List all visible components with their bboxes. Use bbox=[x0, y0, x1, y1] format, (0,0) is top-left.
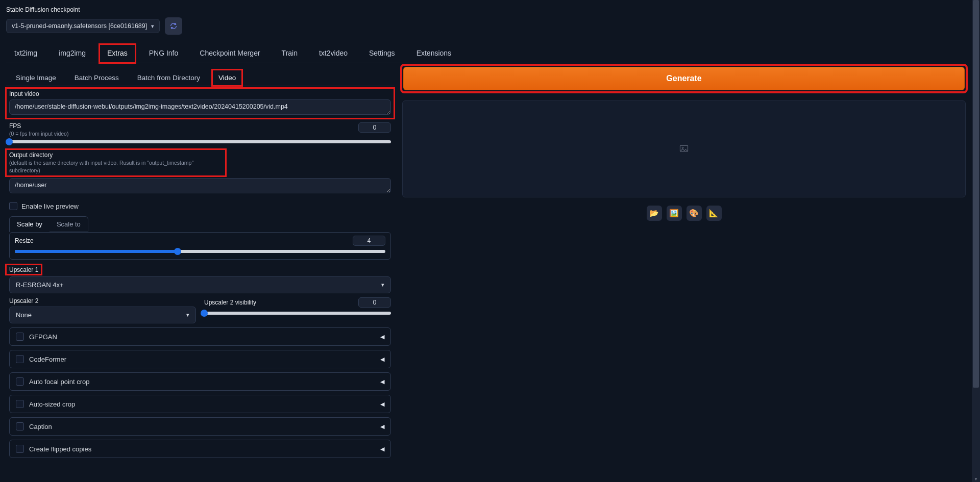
upscaler2-vis-slider[interactable] bbox=[204, 312, 391, 315]
accordion-label: GFPGAN bbox=[29, 333, 57, 341]
generate-button[interactable]: Generate bbox=[403, 67, 965, 90]
checkpoint-refresh-button[interactable] bbox=[165, 17, 182, 35]
collapse-icon: ◀ bbox=[380, 334, 384, 340]
scale-tabs: Scale byScale to bbox=[9, 216, 88, 232]
fps-label: FPS bbox=[9, 122, 68, 130]
tab-txt2video[interactable]: txt2video bbox=[311, 44, 356, 63]
accordion-caption[interactable]: Caption◀ bbox=[9, 417, 391, 436]
accordion-auto-focal-point-crop[interactable]: Auto focal point crop◀ bbox=[9, 372, 391, 391]
input-video-block: Input video bbox=[6, 88, 394, 118]
tab-extras[interactable]: Extras bbox=[99, 44, 136, 63]
accordion-checkbox[interactable] bbox=[16, 445, 24, 453]
tab-checkpoint-merger[interactable]: Checkpoint Merger bbox=[191, 44, 268, 63]
subtab-video[interactable]: Video bbox=[212, 69, 242, 86]
chevron-down-icon: ▾ bbox=[381, 282, 384, 288]
accordion-label: Auto-sized crop bbox=[29, 400, 75, 408]
generate-highlight: Generate bbox=[402, 66, 966, 91]
collapse-icon: ◀ bbox=[380, 356, 384, 363]
svg-point-1 bbox=[682, 147, 683, 148]
input-video-input[interactable] bbox=[9, 99, 391, 115]
subtab-single-image[interactable]: Single Image bbox=[9, 69, 63, 86]
scale-panel: Resize bbox=[9, 232, 391, 260]
tab-settings[interactable]: Settings bbox=[361, 44, 403, 63]
accordion-checkbox[interactable] bbox=[16, 377, 24, 386]
output-dir-input[interactable] bbox=[9, 178, 391, 193]
send-to-extras-button[interactable]: 📐 bbox=[706, 206, 722, 221]
tab-extensions[interactable]: Extensions bbox=[408, 44, 459, 63]
save-image-button[interactable]: 🖼️ bbox=[667, 206, 682, 221]
output-dir-hint: (default is the same directory with inpu… bbox=[9, 160, 193, 173]
subtab-batch-from-directory[interactable]: Batch from Directory bbox=[131, 69, 207, 86]
chevron-down-icon: ▾ bbox=[186, 312, 189, 318]
tab-train[interactable]: Train bbox=[274, 44, 306, 63]
upscaler2-label: Upscaler 2 bbox=[9, 297, 196, 305]
scrollbar-down-icon[interactable]: ▼ bbox=[972, 476, 980, 482]
scale-tab-scale-by[interactable]: Scale by bbox=[10, 217, 50, 232]
vertical-scrollbar[interactable]: ▲ ▼ bbox=[972, 0, 980, 482]
tab-txt2img[interactable]: txt2img bbox=[6, 44, 45, 63]
accordion-auto-sized-crop[interactable]: Auto-sized crop◀ bbox=[9, 395, 391, 413]
tab-img2img[interactable]: img2img bbox=[51, 44, 94, 63]
upscaler2-vis-label: Upscaler 2 visibility bbox=[204, 299, 256, 306]
resize-label: Resize bbox=[15, 237, 34, 244]
accordion-label: Create flipped copies bbox=[29, 445, 91, 453]
accordion-label: Caption bbox=[29, 423, 52, 430]
upscaler1-block: Upscaler 1 R-ESRGAN 4x+ ▾ bbox=[9, 265, 391, 293]
fps-hint: (0 = fps from input video) bbox=[9, 131, 68, 137]
upscaler2-select[interactable]: None ▾ bbox=[9, 307, 196, 323]
image-placeholder-icon bbox=[679, 144, 689, 154]
accordion-gfpgan[interactable]: GFPGAN◀ bbox=[9, 327, 391, 346]
upscaler1-value: R-ESRGAN 4x+ bbox=[16, 281, 64, 289]
send-to-img2img-button[interactable]: 🎨 bbox=[687, 206, 702, 221]
output-preview bbox=[402, 100, 966, 197]
accordion-checkbox[interactable] bbox=[16, 355, 24, 363]
checkpoint-label: Stable Diffusion checkpoint bbox=[6, 6, 966, 13]
open-folder-button[interactable]: 📂 bbox=[647, 206, 662, 221]
live-preview-checkbox[interactable] bbox=[9, 202, 17, 210]
output-dir-label: Output directory bbox=[9, 151, 223, 159]
resize-slider[interactable] bbox=[15, 250, 385, 253]
fps-number-input[interactable] bbox=[358, 122, 391, 133]
accordion-label: CodeFormer bbox=[29, 356, 66, 363]
upscaler1-label-hl: Upscaler 1 bbox=[6, 265, 41, 274]
upscaler1-select[interactable]: R-ESRGAN 4x+ ▾ bbox=[9, 276, 391, 293]
subtab-batch-process[interactable]: Batch Process bbox=[68, 69, 126, 86]
main-tabs: txt2imgimg2imgExtrasPNG InfoCheckpoint M… bbox=[6, 44, 966, 63]
accordion-codeformer[interactable]: CodeFormer◀ bbox=[9, 350, 391, 368]
accordion-checkbox[interactable] bbox=[16, 333, 24, 341]
upscaler2-vis-block: Upscaler 2 visibility bbox=[204, 297, 391, 323]
accordion-create-flipped-copies[interactable]: Create flipped copies◀ bbox=[9, 440, 391, 458]
live-preview-row[interactable]: Enable live preview bbox=[6, 202, 394, 210]
resize-number-input[interactable] bbox=[353, 236, 385, 246]
scale-tab-scale-to[interactable]: Scale to bbox=[50, 217, 88, 232]
input-video-label: Input video bbox=[9, 90, 391, 97]
upscaler2-block: Upscaler 2 None ▾ bbox=[9, 297, 196, 323]
accordion-checkbox[interactable] bbox=[16, 422, 24, 430]
collapse-icon: ◀ bbox=[380, 423, 384, 430]
checkpoint-select[interactable]: v1-5-pruned-emaonly.safetensors [6ce0161… bbox=[6, 19, 160, 33]
upscaler2-vis-number-input[interactable] bbox=[358, 297, 391, 308]
output-dir-block: Output directory (default is the same di… bbox=[6, 149, 226, 176]
extras-subtabs: Single ImageBatch ProcessBatch from Dire… bbox=[6, 69, 394, 86]
fps-block: FPS (0 = fps from input video) bbox=[6, 120, 394, 145]
collapse-icon: ◀ bbox=[380, 401, 384, 408]
live-preview-label: Enable live preview bbox=[21, 202, 79, 210]
fps-slider[interactable] bbox=[9, 140, 391, 143]
collapse-icon: ◀ bbox=[380, 446, 384, 452]
upscaler2-value: None bbox=[16, 311, 32, 319]
accordion-label: Auto focal point crop bbox=[29, 378, 90, 386]
scrollbar-thumb[interactable] bbox=[973, 0, 979, 388]
tab-png-info[interactable]: PNG Info bbox=[141, 44, 187, 63]
accordion-checkbox[interactable] bbox=[16, 400, 24, 408]
output-action-buttons: 📂🖼️🎨📐 bbox=[402, 206, 966, 221]
output-dir-input-wrap bbox=[6, 178, 394, 197]
collapse-icon: ◀ bbox=[380, 378, 384, 385]
checkpoint-value-text: v1-5-pruned-emaonly.safetensors [6ce0161… bbox=[12, 22, 147, 30]
upscaler1-label: Upscaler 1 bbox=[9, 266, 38, 273]
refresh-icon bbox=[169, 22, 178, 30]
